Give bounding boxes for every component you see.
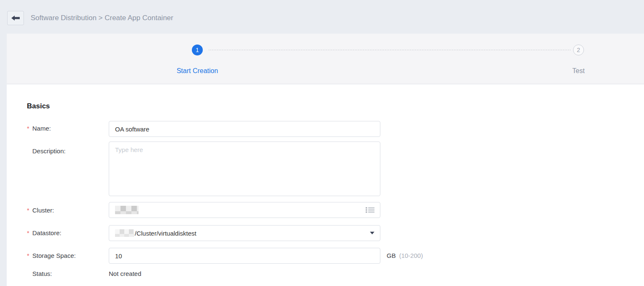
required-mark: * xyxy=(27,252,32,259)
datastore-value: /Cluster/virtualdisktest xyxy=(135,230,196,237)
step-2-label: Test xyxy=(572,67,584,75)
storage-range-hint: (10-200) xyxy=(399,252,423,259)
cluster-value-redacted xyxy=(115,206,139,214)
breadcrumb: Software Distribution > Create App Conta… xyxy=(31,11,173,25)
status-label: Status: xyxy=(32,270,52,277)
step-2-circle: 2 xyxy=(573,45,584,55)
storage-input[interactable] xyxy=(109,248,380,264)
list-icon[interactable] xyxy=(366,207,374,213)
description-textarea[interactable] xyxy=(109,142,380,196)
step-1-circle: 1 xyxy=(192,45,203,55)
storage-unit: GB(10-200) xyxy=(387,252,423,259)
datastore-value-redacted xyxy=(115,229,134,237)
description-label: Description: xyxy=(32,147,65,155)
required-mark: * xyxy=(27,125,32,132)
status-value: Not created xyxy=(109,270,141,277)
stepper: 1 Start Creation 2 Test xyxy=(7,34,644,84)
arrow-left-icon xyxy=(11,14,20,22)
step-1-label: Start Creation xyxy=(177,67,218,75)
chevron-down-icon[interactable] xyxy=(370,232,374,235)
storage-label: *Storage Space: xyxy=(27,252,76,259)
cluster-picker-field[interactable] xyxy=(109,202,380,218)
form-panel: Basics *Name: Description: *Cluster: xyxy=(7,84,644,286)
cluster-label: *Cluster: xyxy=(27,207,54,214)
stepper-connector xyxy=(209,50,571,50)
datastore-label: *Datastore: xyxy=(27,229,61,236)
create-app-container-page: Software Distribution > Create App Conta… xyxy=(0,0,644,286)
name-input[interactable] xyxy=(109,121,380,137)
section-title-basics: Basics xyxy=(27,102,50,110)
name-label: *Name: xyxy=(27,125,51,132)
storage-unit-gb: GB xyxy=(387,252,396,259)
datastore-dropdown[interactable]: /Cluster/virtualdisktest xyxy=(109,225,380,241)
back-button[interactable] xyxy=(7,11,24,25)
required-mark: * xyxy=(27,229,32,236)
top-bar: Software Distribution > Create App Conta… xyxy=(0,0,644,34)
required-mark: * xyxy=(27,207,32,214)
